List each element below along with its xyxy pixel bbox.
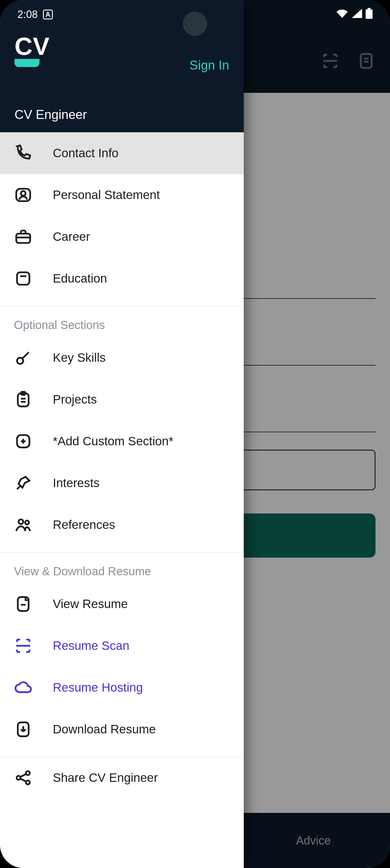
users-icon (14, 516, 32, 534)
nav-interests[interactable]: Interests (0, 462, 244, 504)
wifi-icon (336, 8, 348, 21)
nav-add-custom[interactable]: *Add Custom Section* (0, 421, 244, 462)
section-optional-header: Optional Sections (0, 306, 244, 337)
nav-resume-scan[interactable]: Resume Scan (0, 625, 244, 666)
nav-education[interactable]: Education (0, 258, 244, 300)
navigation-drawer: CV Sign In CV Engineer Contact Info Pers… (0, 0, 244, 868)
app-name: CV Engineer (14, 107, 87, 122)
nav-label: Interests (53, 476, 99, 490)
clipboard-icon (14, 390, 32, 409)
section-view-header: View & Download Resume (0, 553, 244, 583)
aod-badge-icon: A (43, 9, 53, 20)
gesture-bar[interactable] (154, 857, 236, 860)
nav-label: Projects (53, 393, 97, 406)
nav-references[interactable]: References (0, 504, 244, 546)
nav-share[interactable]: Share CV Engineer (0, 756, 244, 798)
key-icon (14, 348, 32, 367)
app-logo: CV (14, 32, 229, 61)
scan-icon (14, 637, 32, 655)
cloud-icon (14, 678, 32, 697)
nav-label: View Resume (53, 597, 128, 611)
status-time: 2:08 (18, 8, 38, 21)
nav-view-resume[interactable]: View Resume (0, 583, 244, 625)
pin-icon (14, 474, 32, 492)
nav-projects[interactable]: Projects (0, 379, 244, 421)
nav-career[interactable]: Career (0, 216, 244, 258)
user-card-icon (14, 186, 32, 204)
svg-point-5 (17, 358, 23, 364)
svg-rect-4 (17, 272, 30, 285)
plus-square-icon (14, 432, 32, 451)
briefcase-icon (14, 227, 32, 246)
battery-icon (366, 8, 372, 22)
book-icon (14, 269, 32, 288)
nav-label: Career (53, 230, 90, 244)
svg-point-2 (21, 191, 26, 196)
nav-label: Share CV Engineer (53, 771, 158, 785)
file-icon (14, 595, 32, 613)
nav-key-skills[interactable]: Key Skills (0, 337, 244, 379)
nav-label: Education (53, 272, 107, 285)
camera-hole (183, 11, 207, 36)
nav-label: Download Resume (53, 722, 156, 736)
nav-label: Resume Scan (53, 639, 129, 653)
download-file-icon (14, 720, 32, 739)
share-icon (14, 769, 32, 787)
nav-download-resume[interactable]: Download Resume (0, 708, 244, 750)
sign-in-link[interactable]: Sign In (189, 58, 229, 72)
nav-label: Key Skills (53, 351, 106, 365)
nav-label: *Add Custom Section* (53, 434, 174, 448)
svg-point-10 (25, 521, 29, 524)
nav-label: Contact Info (53, 146, 118, 160)
svg-rect-17 (368, 8, 370, 9)
nav-personal-statement[interactable]: Personal Statement (0, 174, 244, 216)
svg-rect-16 (366, 9, 372, 19)
phone-icon (14, 144, 32, 162)
cellular-icon (352, 8, 362, 21)
nav-label: References (53, 518, 115, 532)
nav-resume-hosting[interactable]: Resume Hosting (0, 666, 244, 708)
svg-point-9 (19, 519, 23, 524)
nav-label: Personal Statement (53, 188, 160, 202)
nav-label: Resume Hosting (53, 681, 143, 694)
nav-contact-info[interactable]: Contact Info (0, 132, 244, 174)
